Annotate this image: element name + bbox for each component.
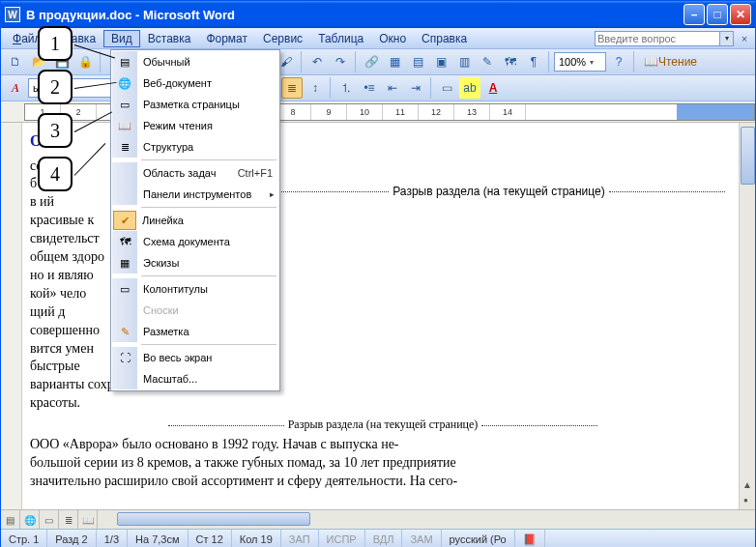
increase-indent-icon[interactable]: ⇥ [405, 77, 426, 99]
status-rec[interactable]: ЗАП [281, 530, 319, 547]
docmap-icon[interactable]: 🗺 [500, 51, 521, 72]
minimize-button[interactable]: – [683, 4, 705, 25]
callout-2: 2 [38, 70, 73, 104]
status-ext[interactable]: ВДЛ [365, 530, 403, 547]
thumbnails-icon: ▦ [112, 252, 137, 274]
window-title: В продукции.doc - Microsoft Word [26, 8, 683, 22]
decrease-indent-icon[interactable]: ⇤ [382, 77, 403, 99]
ask-a-question[interactable]: ▾ × [595, 31, 751, 46]
redo-icon[interactable]: ↷ [330, 51, 351, 72]
menu-item-toolbars[interactable]: Панели инструментов ▸ [112, 184, 278, 205]
hyperlink-icon[interactable]: 🔗 [361, 51, 382, 72]
menu-item-fullscreen[interactable]: ⛶ Во весь экран [112, 347, 278, 368]
menu-item-outline[interactable]: ≣Структура [112, 136, 278, 158]
globe-icon: 🌐 [112, 72, 137, 94]
numbered-list-icon[interactable]: ⒈ [335, 77, 357, 99]
menu-item-ruler[interactable]: ✔ Линейка [112, 210, 278, 231]
status-ovr[interactable]: ЗАМ [402, 530, 441, 547]
menu-item-markup[interactable]: ✎ Разметка [112, 321, 278, 342]
menu-item-page[interactable]: ▭Разметка страницы [112, 94, 278, 115]
status-page: Стр. 1 [1, 530, 47, 547]
left-margin [1, 123, 22, 529]
ask-dropdown-icon[interactable]: ▾ [720, 31, 734, 46]
checkmark-icon: ✔ [113, 211, 136, 230]
zoom-combo[interactable]: 100%▾ [554, 52, 606, 72]
doc-icon: ▤ [112, 51, 137, 72]
columns-icon[interactable]: ▥ [453, 51, 475, 72]
ruler-tick: 12 [419, 104, 454, 120]
menu-item-label: Разметка страницы [143, 99, 278, 110]
menu-view[interactable]: Вид [103, 30, 140, 47]
menu-item-label: Обычный [143, 56, 278, 68]
undo-icon[interactable]: ↶ [306, 51, 328, 72]
status-line: Ст 12 [189, 530, 232, 547]
bulleted-list-icon[interactable]: •≡ [359, 77, 380, 99]
maximize-button[interactable]: □ [707, 4, 728, 25]
menu-item-zoom[interactable]: Масштаб... [112, 368, 278, 389]
new-doc-icon[interactable]: 🗋 [5, 51, 26, 72]
status-col: Кол 19 [232, 530, 281, 547]
blank-icon [112, 184, 137, 205]
menu-insert[interactable]: Вставка [140, 30, 199, 47]
tables-borders-icon[interactable]: ▦ [384, 51, 405, 72]
insert-table-icon[interactable]: ▤ [407, 51, 428, 72]
show-marks-icon[interactable]: ¶ [523, 51, 544, 72]
menu-window[interactable]: Окно [371, 30, 414, 47]
align-justify-icon[interactable]: ≣ [281, 77, 303, 99]
menu-item-label: Режим чтения [143, 120, 278, 131]
ruler-tick: 14 [490, 104, 526, 120]
menu-item-read[interactable]: 📖Режим чтения [112, 115, 278, 136]
borders-icon[interactable]: ▭ [436, 77, 457, 99]
menu-item-web[interactable]: 🌐Веб-документ [112, 72, 278, 94]
help-icon[interactable]: ? [608, 51, 629, 72]
outline-view-button[interactable]: ≣ [59, 510, 78, 529]
docmap-menu-icon: 🗺 [112, 231, 137, 252]
ask-input[interactable] [595, 31, 720, 46]
drawing-icon[interactable]: ✎ [477, 51, 498, 72]
blank-icon [112, 162, 137, 184]
close-button[interactable]: ✕ [730, 4, 751, 25]
menu-item-docmap[interactable]: 🗺 Схема документа [112, 231, 278, 252]
outline-icon: ≣ [112, 136, 137, 158]
menu-item-normal[interactable]: ▤Обычный [112, 51, 278, 72]
ruler-tick: 9 [311, 104, 347, 120]
status-lang[interactable]: русский (Ро [442, 530, 515, 547]
horizontal-scrollbar[interactable] [98, 510, 739, 529]
excel-icon[interactable]: ▣ [430, 51, 451, 72]
menu-table[interactable]: Таблица [310, 30, 371, 47]
browse-object-up-icon[interactable]: ▲ [742, 479, 752, 490]
status-book-icon[interactable]: 📕 [515, 530, 545, 547]
hscroll-thumb[interactable] [117, 512, 310, 526]
menubar-close-icon[interactable]: × [738, 32, 751, 45]
status-trk[interactable]: ИСПР [319, 530, 365, 547]
status-pages: 1/3 [97, 530, 128, 547]
web-view-button[interactable]: 🌐 [20, 510, 40, 529]
highlight-icon[interactable]: ab [459, 77, 480, 99]
font-color-icon[interactable]: A [482, 77, 504, 99]
blank-icon [112, 368, 137, 389]
vertical-scrollbar[interactable]: ▲ ● ▼ [739, 123, 755, 529]
styles-icon[interactable]: A [5, 77, 26, 99]
browse-object-icon[interactable]: ● [743, 496, 748, 504]
vscroll-thumb[interactable] [741, 127, 755, 185]
normal-view-button[interactable]: ▤ [1, 510, 20, 529]
line-spacing-icon[interactable]: ↕ [305, 77, 326, 99]
print-layout-view-button[interactable]: ▭ [40, 510, 59, 529]
menu-item-headerfooter[interactable]: ▭ Колонтитулы [112, 278, 278, 300]
menu-item-label: Структура [143, 141, 278, 153]
menu-item-thumbnails[interactable]: ▦ Эскизы [112, 252, 278, 274]
menubar: Файл Правка Вид Вставка Формат Сервис Та… [1, 28, 755, 49]
ruler-tick: 8 [276, 104, 311, 120]
ruler-tick: 11 [383, 104, 419, 120]
permission-icon[interactable]: 🔒 [74, 51, 96, 72]
menu-item-taskpane[interactable]: Область задач Ctrl+F1 [112, 162, 278, 184]
status-section: Разд 2 [47, 530, 96, 547]
titlebar: W В продукции.doc - Microsoft Word – □ ✕ [1, 1, 755, 28]
reading-layout-button[interactable]: 📖 Чтение [639, 51, 702, 72]
menu-format[interactable]: Формат [198, 30, 255, 47]
reading-view-button[interactable]: 📖 [78, 510, 98, 529]
submenu-arrow-icon: ▸ [265, 189, 278, 199]
menu-help[interactable]: Справка [414, 30, 475, 47]
menu-tools[interactable]: Сервис [255, 30, 310, 47]
ruler-margin-icon [677, 104, 754, 120]
